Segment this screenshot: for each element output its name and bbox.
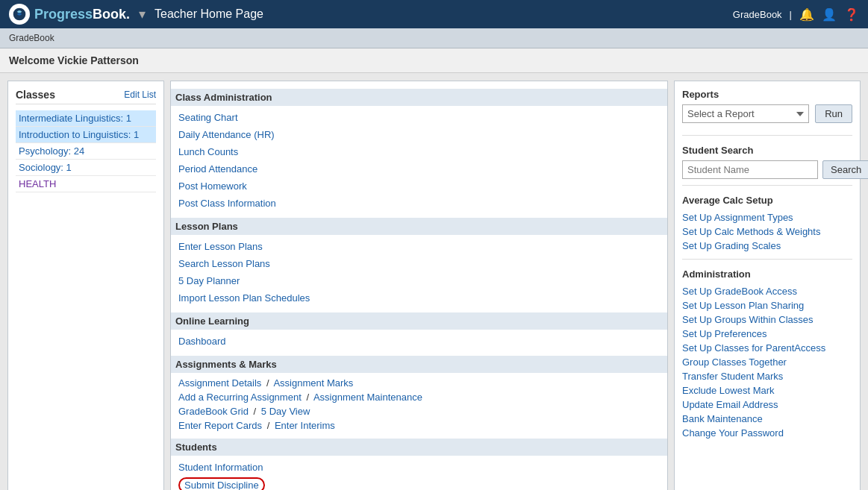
assignment-maintenance-link[interactable]: Assignment Maintenance [313,392,422,403]
top-nav-left: ProgressBook. ▾ Teacher Home Page [9,4,263,25]
logo-box: ProgressBook. [9,4,130,25]
sub-nav-label: GradeBook [9,33,54,43]
lunch-counts-link[interactable]: Lunch Counts [178,145,660,159]
class-link-intermediate[interactable]: Intermediate Linguistics: 1 [16,110,156,127]
enter-interims-link[interactable]: Enter Interims [275,420,335,431]
reports-panel: Reports Select a Report Run Student Sear… [674,81,861,490]
assignment-marks-link[interactable]: Assignment Marks [273,377,353,389]
nav-dropdown-icon[interactable]: ▾ [139,6,146,22]
classes-panel: Classes Edit List Intermediate Linguisti… [7,81,164,490]
sep4: / [267,420,270,431]
gradebook-grid-link[interactable]: GradeBook Grid [178,406,249,417]
student-search-row: Search [682,160,852,179]
logo-text: ProgressBook. [34,7,130,22]
bell-icon[interactable]: 🔔 [799,7,814,22]
avg-calc-setup-links: Set Up Assignment Types Set Up Calc Meth… [682,210,852,253]
assignments-marks-row4: Enter Report Cards / Enter Interims [178,418,660,433]
report-select-row: Select a Report Run [682,104,852,123]
dashboard-row: Dashboard [178,333,660,350]
dashboard-link[interactable]: Dashboard [178,334,660,348]
lunch-counts-row: Lunch Counts [178,143,660,160]
administration-links: Set Up GradeBook Access Set Up Lesson Pl… [682,284,852,440]
change-your-password-link[interactable]: Change Your Password [682,426,852,440]
post-class-info-row: Post Class Information [178,195,660,212]
welcome-bar: Welcome Vickie Patterson [0,48,868,73]
report-select[interactable]: Select a Report [682,104,809,123]
assignments-marks-row2: Add a Recurring Assignment / Assignment … [178,390,660,404]
edit-list-link[interactable]: Edit List [124,89,156,100]
pipe-separator: | [790,9,792,20]
lesson-plans-header: Lesson Plans [171,218,667,235]
transfer-student-marks-link[interactable]: Transfer Student Marks [682,369,852,383]
admin-panel: Class Administration Seating Chart Daily… [170,81,668,490]
enter-lesson-plans-link[interactable]: Enter Lesson Plans [178,239,660,254]
class-link-health[interactable]: HEALTH [16,176,156,192]
page-title: Teacher Home Page [154,7,263,21]
set-up-grading-scales-link[interactable]: Set Up Grading Scales [682,239,852,253]
set-up-preferences-link[interactable]: Set Up Preferences [682,327,852,341]
run-button[interactable]: Run [815,104,852,123]
assignments-marks-header: Assignments & Marks [171,356,667,373]
assignments-marks-row1: Assignment Details / Assignment Marks [178,376,660,390]
add-recurring-assignment-link[interactable]: Add a Recurring Assignment [178,392,302,403]
sep2: / [306,392,309,403]
submit-discipline-row: Submit Discipline [178,476,660,490]
classes-title: Classes [16,89,55,101]
class-link-psychology[interactable]: Psychology: 24 [16,143,156,160]
exclude-lowest-mark-link[interactable]: Exclude Lowest Mark [682,383,852,398]
daily-attendance-row: Daily Attendance (HR) [178,126,660,143]
welcome-text: Welcome Vickie Patterson [9,54,139,66]
reports-section-title: Reports [682,89,852,100]
main-content: Classes Edit List Intermediate Linguisti… [0,73,868,490]
set-up-assignment-types-link[interactable]: Set Up Assignment Types [682,210,852,224]
post-homework-link[interactable]: Post Homework [178,179,660,193]
period-attendance-link[interactable]: Period Attendance [178,162,660,176]
submit-discipline-link[interactable]: Submit Discipline [184,480,259,490]
assignments-marks-row3: GradeBook Grid / 5 Day View [178,404,660,418]
administration-section: Administration Set Up GradeBook Access S… [682,268,852,446]
seating-chart-row: Seating Chart [178,109,660,126]
enter-lesson-plans-row: Enter Lesson Plans [178,238,660,255]
sub-nav: GradeBook [0,28,868,48]
group-classes-together-link[interactable]: Group Classes Together [682,355,852,369]
set-up-gradebook-access-link[interactable]: Set Up GradeBook Access [682,284,852,298]
avg-calc-setup-title: Average Calc Setup [682,195,852,206]
user-icon[interactable]: 👤 [822,7,837,22]
logo-icon [9,4,30,25]
five-day-planner-link[interactable]: 5 Day Planner [178,274,660,288]
student-name-input[interactable] [682,160,818,179]
import-lesson-plan-row: Import Lesson Plan Schedules [178,289,660,307]
import-lesson-plan-link[interactable]: Import Lesson Plan Schedules [178,291,660,305]
set-up-groups-within-classes-link[interactable]: Set Up Groups Within Classes [682,312,852,327]
update-email-address-link[interactable]: Update Email Address [682,398,852,412]
search-lesson-plans-row: Search Lesson Plans [178,255,660,272]
seating-chart-link[interactable]: Seating Chart [178,110,660,125]
class-link-sociology[interactable]: Sociology: 1 [16,160,156,176]
student-information-link[interactable]: Student Information [178,460,660,474]
post-class-info-link[interactable]: Post Class Information [178,196,660,210]
reports-section: Reports Select a Report Run [682,89,852,136]
avg-calc-setup-section: Average Calc Setup Set Up Assignment Typ… [682,195,852,260]
student-search-section: Student Search Search [682,145,852,186]
class-link-introduction[interactable]: Introduction to Linguistics: 1 [16,127,156,143]
enter-report-cards-link[interactable]: Enter Report Cards [178,420,262,431]
search-button[interactable]: Search [822,160,868,179]
set-up-lesson-plan-sharing-link[interactable]: Set Up Lesson Plan Sharing [682,298,852,312]
student-information-row: Student Information [178,459,660,476]
gradebook-label: GradeBook [733,9,782,20]
help-icon[interactable]: ❓ [844,7,859,22]
online-learning-header: Online Learning [171,312,667,330]
bank-maintenance-link[interactable]: Bank Maintenance [682,412,852,426]
top-nav: ProgressBook. ▾ Teacher Home Page GradeB… [0,0,868,28]
five-day-planner-row: 5 Day Planner [178,272,660,289]
search-lesson-plans-link[interactable]: Search Lesson Plans [178,257,660,271]
set-up-calc-methods-link[interactable]: Set Up Calc Methods & Weights [682,224,852,239]
administration-title: Administration [682,268,852,280]
student-search-title: Student Search [682,145,852,156]
five-day-view-link[interactable]: 5 Day View [261,406,310,417]
set-up-classes-for-parentaccess-link[interactable]: Set Up Classes for ParentAccess [682,341,852,355]
assignment-details-link[interactable]: Assignment Details [178,377,261,389]
daily-attendance-link[interactable]: Daily Attendance (HR) [178,128,660,142]
sep3: / [254,406,257,417]
period-attendance-row: Period Attendance [178,160,660,178]
